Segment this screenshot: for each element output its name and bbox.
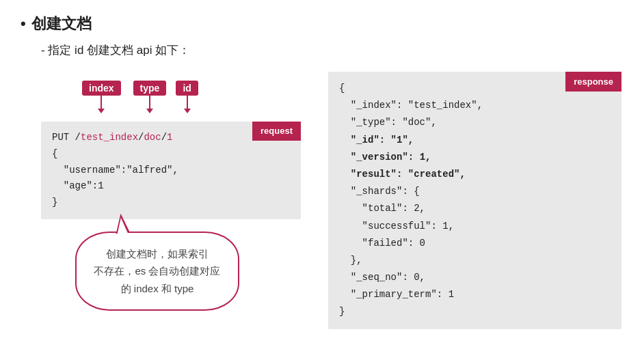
code-line-4: "age":1 — [52, 178, 290, 195]
content-area: index type id request PUT /test_index/do… — [41, 72, 621, 329]
resp-line-9: "successful": 1, — [339, 218, 611, 235]
left-panel: index type id request PUT /test_index/do… — [41, 72, 301, 311]
response-code-block: response { "_index": "test_index", "_typ… — [328, 72, 621, 329]
type-arrow — [149, 96, 150, 109]
request-code-block: request PUT /test_index/doc/1 { "usernam… — [41, 122, 301, 219]
resp-line-3: "_type": "doc", — [339, 114, 611, 131]
bubble-text: 创建文档时，如果索引不存在，es 会自动创建对应的 index 和 type — [94, 248, 220, 294]
response-badge: response — [565, 72, 621, 92]
title-text: 创建文档 — [31, 14, 92, 34]
id-arrow — [187, 96, 188, 109]
resp-line-7: "_shards": { — [339, 183, 611, 200]
index-highlight: test_index — [81, 132, 138, 143]
type-label-group: type — [133, 81, 167, 109]
resp-line-12: "_seq_no": 0, — [339, 269, 611, 286]
speech-bubble: 创建文档时，如果索引不存在，es 会自动创建对应的 index 和 type — [75, 232, 239, 311]
id-value-highlight: 1 — [167, 132, 172, 143]
resp-line-8: "total": 2, — [339, 200, 611, 217]
resp-line-10: "failed": 0 — [339, 235, 611, 252]
request-badge: request — [252, 122, 301, 141]
code-line-3: "username":"alfred", — [52, 163, 290, 179]
doc-highlight: doc — [144, 132, 161, 143]
bullet-point: • — [21, 15, 26, 33]
dash: - — [41, 44, 48, 57]
resp-line-11: }, — [339, 252, 611, 269]
label-row: index type id — [82, 72, 301, 109]
code-line-5: } — [52, 195, 290, 211]
code-line-2: { — [52, 146, 290, 163]
id-badge: id — [176, 81, 198, 96]
resp-line-4: "_id": "1", — [339, 132, 611, 149]
section-title: • 创建文档 — [21, 14, 621, 34]
subtitle: - 指定 id 创建文档 api 如下： — [41, 42, 621, 58]
resp-line-5: "_version": 1, — [339, 149, 611, 166]
right-panel: response { "_index": "test_index", "_typ… — [328, 72, 621, 329]
resp-line-6: "result": "created", — [339, 166, 611, 183]
index-badge: index — [82, 81, 121, 96]
index-arrow — [101, 96, 102, 109]
type-badge: type — [133, 81, 167, 96]
index-label-group: index — [82, 81, 121, 109]
subtitle-text: 指定 id 创建文档 api 如下： — [48, 44, 190, 57]
resp-line-2: "_index": "test_index", — [339, 97, 611, 114]
id-label-group: id — [176, 81, 198, 109]
resp-line-14: } — [339, 303, 611, 320]
resp-line-13: "_primary_term": 1 — [339, 286, 611, 303]
